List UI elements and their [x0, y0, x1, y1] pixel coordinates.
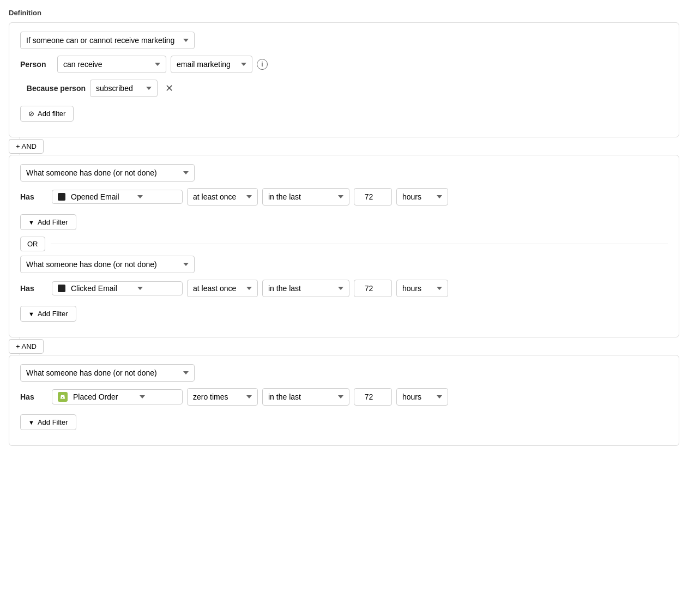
or-connector: OR [20, 237, 668, 251]
and-btn-2[interactable]: + AND [9, 339, 44, 354]
add-filter-label-1: Add filter [38, 110, 65, 118]
has-row-1: Has Opened Email Clicked Email Placed Or… [20, 188, 668, 206]
placed-order-icon [58, 392, 68, 402]
add-filter-row-4: ▼ Add Filter [20, 412, 668, 430]
clicked-email-icon [58, 285, 65, 292]
subscribed-select[interactable]: subscribed unsubscribed [90, 80, 158, 97]
action-select-3[interactable]: Opened Email Clicked Email Placed Order [71, 392, 147, 401]
and-connector-1: + AND [9, 137, 679, 155]
because-row: Because person subscribed unsubscribed ✕ [20, 80, 668, 97]
or-btn[interactable]: OR [20, 237, 45, 251]
and-btn-1[interactable]: + AND [9, 139, 44, 154]
frequency-select-3[interactable]: at least once zero times [187, 388, 258, 406]
has-label-3: Has [20, 392, 47, 401]
filter-icon-1: ⊘ [28, 110, 34, 118]
action-select-2[interactable]: Opened Email Clicked Email Placed Order [69, 284, 145, 293]
add-filter-btn-4[interactable]: ▼ Add Filter [20, 414, 76, 430]
email-marketing-select[interactable]: email marketing sms marketing [171, 56, 252, 73]
and-connector-2: + AND [9, 337, 679, 355]
can-receive-select[interactable]: can receive cannot receive [57, 56, 166, 73]
action-select-wrapper-2: Opened Email Clicked Email Placed Order [52, 281, 183, 295]
frequency-select-1[interactable]: at least once zero times [187, 188, 258, 206]
time-filter-select-3[interactable]: in the last [262, 388, 349, 406]
add-filter-label-4: Add Filter [38, 418, 68, 426]
definition-row-3: What someone has done (or not done) [20, 364, 668, 382]
condition-block-3: What someone has done (or not done) Has … [9, 355, 679, 446]
amount-input-2[interactable] [354, 280, 392, 297]
action-select-wrapper-3: Opened Email Clicked Email Placed Order [52, 389, 183, 404]
time-filter-select-1[interactable]: in the last [262, 188, 349, 206]
definition-row-1: If someone can or cannot receive marketi… [20, 32, 668, 49]
person-row: Person can receive cannot receive email … [20, 56, 668, 73]
amount-input-1[interactable] [354, 188, 392, 206]
because-label: Because person [20, 84, 86, 93]
has-label-2: Has [20, 284, 47, 293]
add-filter-row-2: ▼ Add Filter [20, 212, 668, 230]
unit-select-1[interactable]: hours days [396, 188, 448, 206]
section-title: Definition [9, 9, 679, 17]
add-filter-btn-3[interactable]: ▼ Add Filter [20, 306, 76, 322]
add-filter-label-2: Add Filter [38, 218, 68, 226]
condition-block-2: What someone has done (or not done) Has … [9, 155, 679, 337]
definition-row-2b: What someone has done (or not done) [20, 256, 668, 273]
add-filter-row-1: ⊘ Add filter [20, 104, 668, 122]
unit-select-2[interactable]: hours days [396, 280, 448, 297]
unit-select-3[interactable]: hours days [396, 388, 448, 406]
remove-because-btn[interactable]: ✕ [162, 82, 177, 94]
or-line [51, 244, 668, 244]
add-filter-label-3: Add Filter [38, 310, 68, 318]
amount-input-3[interactable] [354, 388, 392, 406]
definition-select-2b[interactable]: What someone has done (or not done) [20, 256, 195, 273]
definition-select-1[interactable]: If someone can or cannot receive marketi… [20, 32, 195, 49]
definition-select-3[interactable]: What someone has done (or not done) [20, 364, 195, 382]
action-select-1[interactable]: Opened Email Clicked Email Placed Order [69, 192, 145, 201]
person-label: Person [20, 60, 53, 69]
action-select-wrapper-1: Opened Email Clicked Email Placed Order [52, 190, 183, 204]
add-filter-btn-2[interactable]: ▼ Add Filter [20, 214, 76, 230]
add-filter-btn-1[interactable]: ⊘ Add filter [20, 106, 74, 122]
condition-block-1: If someone can or cannot receive marketi… [9, 22, 679, 137]
opened-email-icon [58, 193, 65, 201]
time-filter-select-2[interactable]: in the last [262, 280, 349, 297]
has-row-2: Has Opened Email Clicked Email Placed Or… [20, 280, 668, 297]
filter-icon-4: ▼ [28, 419, 34, 426]
filter-icon-2: ▼ [28, 219, 34, 226]
definition-select-2[interactable]: What someone has done (or not done) [20, 164, 195, 182]
frequency-select-2[interactable]: at least once zero times [187, 280, 258, 297]
info-icon[interactable]: i [257, 59, 268, 70]
filter-icon-3: ▼ [28, 311, 34, 317]
add-filter-row-3: ▼ Add Filter [20, 304, 668, 322]
has-row-3: Has Opened Email Clicked Email Placed Or… [20, 388, 668, 406]
has-label-1: Has [20, 192, 47, 201]
definition-row-2: What someone has done (or not done) [20, 164, 668, 182]
